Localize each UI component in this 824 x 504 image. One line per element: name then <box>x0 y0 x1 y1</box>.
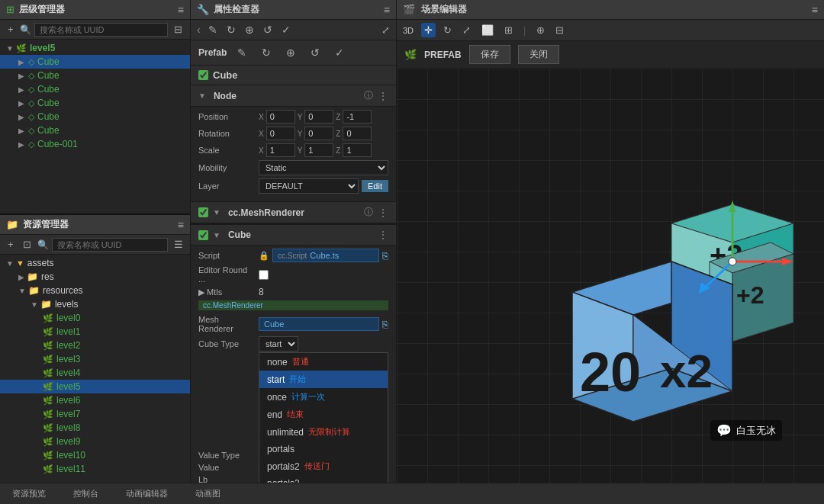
tree-item-cube5[interactable]: ▶ ◇ Cube <box>0 110 190 124</box>
pos-x-input[interactable] <box>266 110 295 124</box>
dropdown-portals[interactable]: portals <box>259 441 388 457</box>
prefab-sync-btn[interactable]: ↻ <box>257 45 275 60</box>
add-node-btn[interactable]: + <box>5 22 17 37</box>
props-refresh-btn[interactable]: ↻ <box>225 22 237 37</box>
bottom-tab-resources[interactable]: 资源预览 <box>6 486 52 501</box>
dropdown-unlimited[interactable]: unlimited 无限制计算 <box>259 423 388 441</box>
asset-level10[interactable]: 🌿level10 <box>0 448 190 462</box>
asset-level0[interactable]: 🌿level0 <box>0 311 190 325</box>
assets-search[interactable] <box>52 238 168 252</box>
cube-script-header[interactable]: ▼ Cube ⋮ <box>191 225 396 246</box>
props-back-btn[interactable]: ‹ <box>197 24 201 36</box>
scene-grid-btn[interactable]: ⊟ <box>552 23 567 37</box>
tree-item-cube1[interactable]: ▶ ◇ Cube <box>0 55 190 69</box>
scene-menu-btn[interactable]: ≡ <box>812 4 818 16</box>
asset-levels[interactable]: ▼ 📁 levels <box>0 297 190 311</box>
script-link-btn[interactable]: ⎘ <box>382 250 388 262</box>
hierarchy-filter-btn[interactable]: ⊟ <box>171 22 185 37</box>
scale-x-input[interactable] <box>266 143 295 157</box>
rot-y-input[interactable] <box>304 127 333 140</box>
mesh-renderer-header[interactable]: ▼ cc.MeshRenderer ⓘ ⋮ <box>191 202 396 223</box>
tree-item-cube001[interactable]: ▶ ◇ Cube-001 <box>0 137 190 151</box>
prefab-locate-btn[interactable]: ⊕ <box>282 45 300 60</box>
tree-item-cube2[interactable]: ▶ ◇ Cube <box>0 69 190 82</box>
node-checkbox[interactable] <box>198 70 208 80</box>
props-expand-btn[interactable]: ⤢ <box>381 24 390 36</box>
assets-add-btn[interactable]: + <box>5 237 17 252</box>
tree-item-cube4[interactable]: ▶ ◇ Cube <box>0 96 190 110</box>
dropdown-none[interactable]: none 普通 <box>259 353 388 371</box>
scale-z-input[interactable] <box>343 143 372 157</box>
scene-transform-btn[interactable]: ⊞ <box>501 23 516 37</box>
node-info-btn[interactable]: ⓘ <box>364 89 373 102</box>
tree-item-cube6[interactable]: ▶ ◇ Cube <box>0 124 190 137</box>
asset-level11[interactable]: 🌿level11 <box>0 462 190 476</box>
prefab-reload-btn[interactable]: ↺ <box>306 45 324 60</box>
scene-scale-btn[interactable]: ⤢ <box>459 23 474 37</box>
hierarchy-search[interactable] <box>34 23 168 37</box>
rot-z-input[interactable] <box>343 127 372 140</box>
layer-edit-btn[interactable]: Edit <box>362 180 388 192</box>
props-check-btn[interactable]: ✓ <box>280 22 292 37</box>
layer-select[interactable]: DEFAULT <box>259 178 359 194</box>
asset-level3[interactable]: 🌿level3 <box>0 352 190 366</box>
rot-x-input[interactable] <box>266 127 295 140</box>
assets-filter-btn[interactable]: ⊡ <box>20 237 34 252</box>
bottom-tab-animgraph[interactable]: 动画图 <box>189 486 227 501</box>
hierarchy-panel: ⊞ 层级管理器 ≡ + 🔍 ⊟ ▼ 🌿 level5 ▶ <box>0 0 191 213</box>
dropdown-once[interactable]: once 计算一次 <box>259 388 388 406</box>
pos-z-input[interactable] <box>343 110 372 124</box>
props-locate-btn[interactable]: ⊕ <box>243 22 256 37</box>
assets-menu-btn[interactable]: ≡ <box>178 219 184 231</box>
bottom-tab-console[interactable]: 控制台 <box>67 486 105 501</box>
mesh-renderer-prop-label: Mesh Renderer <box>198 315 256 333</box>
mobility-select[interactable]: Static Dynamic <box>259 160 388 175</box>
bottom-tab-animation[interactable]: 动画编辑器 <box>120 486 174 501</box>
pos-y-input[interactable] <box>304 110 333 124</box>
prefab-close-button[interactable]: 关闭 <box>518 45 559 64</box>
cube-type-select[interactable]: start <box>259 336 298 352</box>
asset-res[interactable]: ▶ 📁 res <box>0 270 190 284</box>
tree-item-level5[interactable]: ▼ 🌿 level5 <box>0 41 190 55</box>
asset-level5[interactable]: 🌿level5 <box>0 380 190 393</box>
prefab-save-button[interactable]: 保存 <box>469 45 510 64</box>
asset-assets[interactable]: ▼ ▼ assets <box>0 256 190 270</box>
properties-menu-btn[interactable]: ≡ <box>384 4 390 16</box>
editor-round-checkbox[interactable] <box>259 270 269 280</box>
assets-list-btn[interactable]: ☰ <box>171 237 186 252</box>
asset-level1[interactable]: 🌿level1 <box>0 325 190 339</box>
dropdown-end[interactable]: end 结束 <box>259 406 388 423</box>
dropdown-portals3[interactable]: portals3 <box>259 475 388 483</box>
tree-item-cube3[interactable]: ▶ ◇ Cube <box>0 82 190 96</box>
cube-type-dropdown[interactable]: none 普通 start 开始 once 计算一次 <box>259 352 388 483</box>
cube-script-more-btn[interactable]: ⋮ <box>378 229 388 241</box>
mesh-renderer-checkbox[interactable] <box>198 207 208 217</box>
dropdown-start[interactable]: start 开始 <box>259 371 388 388</box>
asset-level6[interactable]: 🌿level6 <box>0 393 190 407</box>
mesh-renderer-info-btn[interactable]: ⓘ <box>364 206 373 219</box>
asset-level9[interactable]: 🌿level9 <box>0 435 190 448</box>
asset-level4[interactable]: 🌿level4 <box>0 366 190 380</box>
hierarchy-menu-btn[interactable]: ≡ <box>178 4 184 16</box>
scale-y-input[interactable] <box>304 143 333 157</box>
scene-snap-btn[interactable]: ⊕ <box>533 23 548 37</box>
scene-view[interactable]: +2 +2 <box>397 69 824 483</box>
cube-script-checkbox[interactable] <box>198 230 208 240</box>
mesh-link-btn[interactable]: ⎘ <box>382 319 388 330</box>
props-edit-btn[interactable]: ✎ <box>207 22 219 37</box>
scene-rect-btn[interactable]: ⬜ <box>478 23 497 37</box>
node-more-btn[interactable]: ⋮ <box>378 90 388 102</box>
mesh-renderer-more-btn[interactable]: ⋮ <box>378 207 388 219</box>
asset-level7[interactable]: 🌿level7 <box>0 407 190 421</box>
node-name-row: Cube <box>191 66 396 85</box>
node-section-header[interactable]: ▼ Node ⓘ ⋮ <box>191 85 396 107</box>
asset-level8[interactable]: 🌿level8 <box>0 421 190 435</box>
prefab-edit-btn[interactable]: ✎ <box>233 45 251 60</box>
scene-rotate-btn[interactable]: ↻ <box>440 23 455 37</box>
asset-resources[interactable]: ▼ 📁 resources <box>0 284 190 297</box>
prefab-check-btn[interactable]: ✓ <box>330 45 349 60</box>
dropdown-portals2[interactable]: portals2 传送门 <box>259 457 388 475</box>
props-reload-btn[interactable]: ↺ <box>262 22 274 37</box>
asset-level2[interactable]: 🌿level2 <box>0 339 190 352</box>
scene-move-btn[interactable]: ✛ <box>421 23 436 37</box>
